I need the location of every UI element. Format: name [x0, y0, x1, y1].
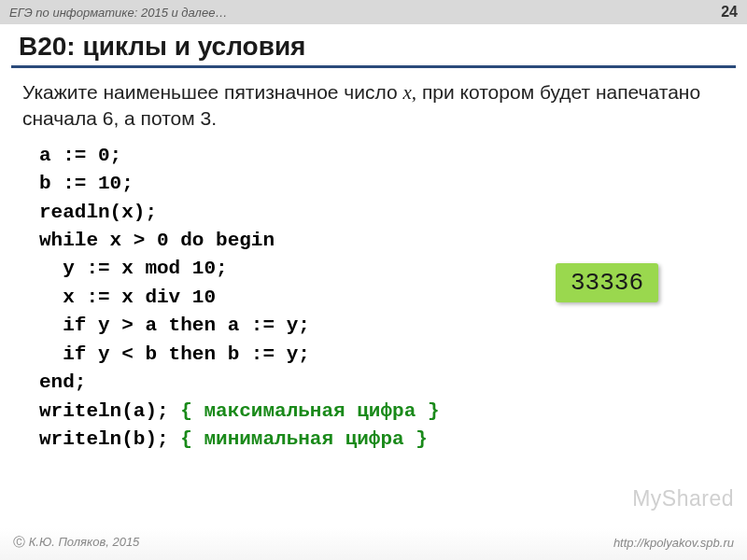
- question-text: Укажите наименьшее пятизначное число x, …: [22, 79, 725, 133]
- code-comment: { минимальная цифра }: [180, 428, 428, 450]
- code-line: b := 10;: [39, 173, 134, 194]
- footer-author: К.Ю. Поляков, 2015: [13, 534, 139, 551]
- code-line: writeln(a);: [39, 400, 180, 422]
- code-line: a := 0;: [39, 145, 121, 166]
- code-line: while x > 0 do begin: [39, 230, 275, 251]
- answer-box: 33336: [556, 263, 658, 302]
- code-line: if y < b then b := y;: [39, 343, 310, 365]
- question-var: x,: [403, 81, 417, 104]
- code-comment: { максимальная цифра }: [180, 400, 439, 422]
- code-line: if y > a then a := y;: [39, 315, 310, 336]
- slide: ЕГЭ по информатике: 2015 и далее… 24 B20…: [0, 0, 747, 560]
- code-line: readln(x);: [39, 202, 157, 223]
- footer: К.Ю. Поляков, 2015 http://kpolyakov.spb.…: [0, 528, 747, 560]
- course-label: ЕГЭ по информатике: 2015 и далее…: [9, 6, 227, 20]
- code-line: writeln(b);: [39, 428, 180, 450]
- slide-title: B20: циклы и условия: [0, 24, 747, 65]
- code-line: x := x div 10: [39, 287, 216, 308]
- header-bar: ЕГЭ по информатике: 2015 и далее… 24: [0, 0, 747, 24]
- watermark: MyShared: [632, 486, 734, 511]
- code-line: y := x mod 10;: [39, 258, 228, 279]
- code-line: end;: [39, 371, 86, 393]
- footer-url: http://kpolyakov.spb.ru: [613, 536, 734, 550]
- page-number: 24: [721, 4, 738, 21]
- question-part1: Укажите наименьшее пятизначное число: [22, 81, 403, 103]
- title-underline: [11, 65, 736, 68]
